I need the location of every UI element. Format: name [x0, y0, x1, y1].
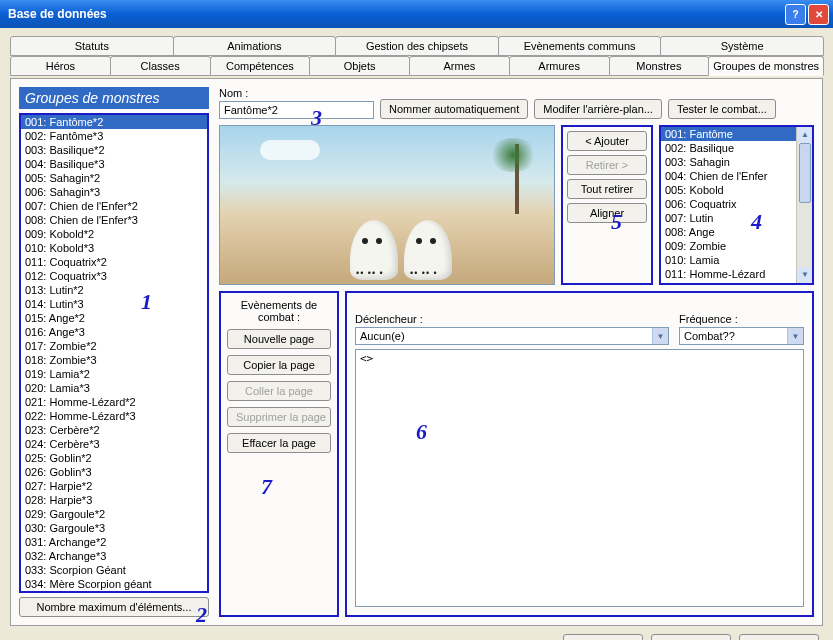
list-item[interactable]: 001: Fantôme*2 [21, 115, 207, 129]
list-item[interactable]: 015: Ange*2 [21, 311, 207, 325]
list-item[interactable]: 026: Goblin*3 [21, 465, 207, 479]
window-title: Base de données [8, 7, 107, 21]
close-button[interactable]: ✕ [808, 4, 829, 25]
list-item[interactable]: 004: Chien de l'Enfer [661, 169, 812, 183]
clear-page-button[interactable]: Effacer la page [227, 433, 331, 453]
scrollbar[interactable]: ▲ ▼ [796, 127, 812, 283]
list-item[interactable]: 011: Coquatrix*2 [21, 255, 207, 269]
list-item[interactable]: 004: Basilique*3 [21, 157, 207, 171]
auto-name-button[interactable]: Nommer automatiquement [380, 99, 528, 119]
trigger-combo[interactable]: Aucun(e) ▼ [355, 327, 669, 345]
name-input[interactable] [219, 101, 374, 119]
list-item[interactable]: 033: Scorpion Géant [21, 563, 207, 577]
list-item[interactable]: 013: Lutin*2 [21, 283, 207, 297]
list-item[interactable]: 030: Gargoule*3 [21, 521, 207, 535]
list-item[interactable]: 007: Chien de l'Enfer*2 [21, 199, 207, 213]
list-item[interactable]: 002: Fantôme*3 [21, 129, 207, 143]
titlebar: Base de données ? ✕ [0, 0, 833, 28]
new-page-button[interactable]: Nouvelle page [227, 329, 331, 349]
list-item[interactable]: 018: Zombie*3 [21, 353, 207, 367]
monster-listbox[interactable]: 001: Fantôme002: Basilique003: Sahagin00… [659, 125, 814, 285]
list-item[interactable]: 025: Goblin*2 [21, 451, 207, 465]
scroll-down-icon[interactable]: ▼ [797, 267, 813, 283]
tab-monster-groups[interactable]: Groupes de monstres [708, 56, 824, 76]
left-panel-header: Groupes de monstres [19, 87, 209, 109]
list-item[interactable]: 019: Lamia*2 [21, 367, 207, 381]
list-item[interactable]: 027: Harpie*2 [21, 479, 207, 493]
list-item[interactable]: 012: Cerbère [661, 281, 812, 285]
list-item[interactable]: 028: Harpie*3 [21, 493, 207, 507]
list-item[interactable]: 014: Lutin*3 [21, 297, 207, 311]
tab-common-events[interactable]: Evènements communs [498, 36, 662, 56]
name-label: Nom : [219, 87, 374, 99]
list-item[interactable]: 002: Basilique [661, 141, 812, 155]
chevron-down-icon[interactable]: ▼ [787, 328, 803, 344]
list-item[interactable]: 006: Coquatrix [661, 197, 812, 211]
apply-button[interactable]: Appliquer [739, 634, 819, 640]
list-item[interactable]: 016: Ange*3 [21, 325, 207, 339]
list-item[interactable]: 008: Chien de l'Enfer*3 [21, 213, 207, 227]
max-items-button[interactable]: Nombre maximum d'éléments... [19, 597, 209, 617]
copy-page-button[interactable]: Copier la page [227, 355, 331, 375]
remove-all-button[interactable]: Tout retirer [567, 179, 647, 199]
scroll-up-icon[interactable]: ▲ [797, 127, 813, 143]
list-item[interactable]: 009: Kobold*2 [21, 227, 207, 241]
add-monster-button[interactable]: < Ajouter [567, 131, 647, 151]
help-button[interactable]: ? [785, 4, 806, 25]
tab-heroes[interactable]: Héros [10, 56, 111, 76]
test-battle-button[interactable]: Tester le combat... [668, 99, 776, 119]
tab-armors[interactable]: Armures [509, 56, 610, 76]
list-item[interactable]: 023: Cerbère*2 [21, 423, 207, 437]
palm-leaf-decoration [488, 138, 538, 172]
panel: Groupes de monstres 001: Fantôme*2002: F… [10, 78, 823, 626]
tab-chipsets[interactable]: Gestion des chipsets [335, 36, 499, 56]
tab-skills[interactable]: Compétences [210, 56, 311, 76]
monster-sprite[interactable] [350, 220, 398, 280]
list-item[interactable]: 032: Archange*3 [21, 549, 207, 563]
list-item[interactable]: 020: Lamia*3 [21, 381, 207, 395]
list-item[interactable]: 024: Cerbère*3 [21, 437, 207, 451]
list-item[interactable]: 031: Archange*2 [21, 535, 207, 549]
tab-animations[interactable]: Animations [173, 36, 337, 56]
group-listbox[interactable]: 001: Fantôme*2002: Fantôme*3003: Basiliq… [19, 113, 209, 593]
tab-weapons[interactable]: Armes [409, 56, 510, 76]
battle-preview[interactable] [219, 125, 555, 285]
remove-monster-button[interactable]: Retirer > [567, 155, 647, 175]
scroll-thumb[interactable] [799, 143, 811, 203]
list-item[interactable]: 011: Homme-Lézard [661, 267, 812, 281]
ok-button[interactable]: OK [563, 634, 643, 640]
list-item[interactable]: 021: Homme-Lézard*2 [21, 395, 207, 409]
align-button[interactable]: Aligner [567, 203, 647, 223]
list-item[interactable]: 003: Sahagin [661, 155, 812, 169]
list-item[interactable]: 017: Zombie*2 [21, 339, 207, 353]
event-pages-title: Evènements de combat : [227, 299, 331, 323]
list-item[interactable]: 003: Basilique*2 [21, 143, 207, 157]
list-item[interactable]: 029: Gargoule*2 [21, 507, 207, 521]
list-item[interactable]: 012: Coquatrix*3 [21, 269, 207, 283]
edit-bg-button[interactable]: Modifer l'arrière-plan... [534, 99, 662, 119]
delete-page-button[interactable]: Supprimer la page [227, 407, 331, 427]
list-item[interactable]: 009: Zombie [661, 239, 812, 253]
tab-items[interactable]: Objets [309, 56, 410, 76]
list-item[interactable]: 022: Homme-Lézard*3 [21, 409, 207, 423]
list-item[interactable]: 005: Sahagin*2 [21, 171, 207, 185]
list-item[interactable]: 008: Ange [661, 225, 812, 239]
tab-monsters[interactable]: Monstres [609, 56, 710, 76]
tab-classes[interactable]: Classes [110, 56, 211, 76]
paste-page-button[interactable]: Coller la page [227, 381, 331, 401]
list-item[interactable]: 001: Fantôme [661, 127, 812, 141]
command-list[interactable]: <> [355, 349, 804, 607]
monster-sprite[interactable] [404, 220, 452, 280]
list-item[interactable]: 010: Kobold*3 [21, 241, 207, 255]
frequency-combo[interactable]: Combat?? ▼ [679, 327, 804, 345]
chevron-down-icon[interactable]: ▼ [652, 328, 668, 344]
tab-system[interactable]: Système [660, 36, 824, 56]
list-item[interactable]: 005: Kobold [661, 183, 812, 197]
tab-statuts[interactable]: Statuts [10, 36, 174, 56]
list-item[interactable]: 006: Sahagin*3 [21, 185, 207, 199]
cancel-button[interactable]: Annuler [651, 634, 731, 640]
list-item[interactable]: 010: Lamia [661, 253, 812, 267]
list-item[interactable]: 034: Mère Scorpion géant [21, 577, 207, 591]
frequency-value: Combat?? [680, 328, 787, 344]
list-item[interactable]: 007: Lutin [661, 211, 812, 225]
